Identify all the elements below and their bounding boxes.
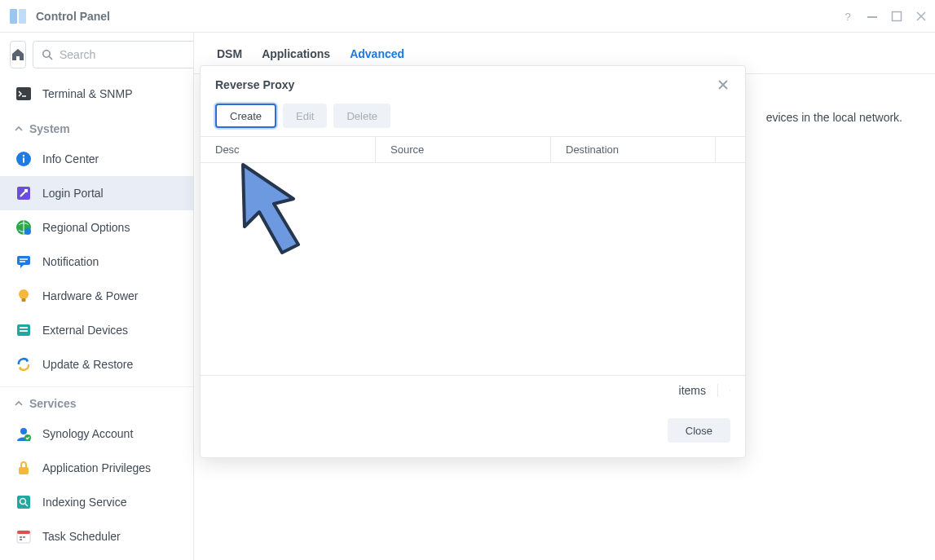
calendar-icon bbox=[15, 527, 33, 545]
sidebar-section-system[interactable]: System bbox=[0, 112, 193, 142]
home-button[interactable] bbox=[10, 41, 26, 68]
svg-rect-30 bbox=[17, 531, 30, 534]
table-header: Desc Source Destination bbox=[201, 136, 745, 163]
sidebar-item-label: External Devices bbox=[42, 324, 128, 337]
window-title: Control Panel bbox=[36, 10, 842, 23]
help-icon[interactable]: ? bbox=[842, 11, 853, 22]
terminal-icon bbox=[15, 85, 33, 103]
search-file-icon bbox=[15, 493, 33, 511]
sidebar-item-application-privileges[interactable]: Application Privileges bbox=[0, 451, 193, 485]
close-button[interactable]: Close bbox=[668, 418, 730, 443]
bulb-icon bbox=[15, 287, 33, 305]
sidebar-item-external-devices[interactable]: External Devices bbox=[0, 313, 193, 347]
sidebar-item-indexing-service[interactable]: Indexing Service bbox=[0, 485, 193, 519]
section-label: Services bbox=[29, 397, 77, 410]
svg-text:?: ? bbox=[845, 11, 850, 22]
create-button[interactable]: Create bbox=[215, 104, 276, 128]
edit-button[interactable]: Edit bbox=[283, 104, 327, 128]
chevron-up-icon bbox=[15, 125, 23, 133]
sidebar-item-label: Terminal & SNMP bbox=[42, 87, 132, 100]
svg-point-14 bbox=[24, 228, 31, 235]
reverse-proxy-dialog: Reverse Proxy Create Edit Delete Desc So… bbox=[200, 65, 746, 458]
svg-rect-33 bbox=[20, 539, 22, 540]
minimize-icon[interactable] bbox=[867, 11, 878, 22]
svg-point-11 bbox=[23, 155, 24, 157]
lock-icon bbox=[15, 459, 33, 477]
window-controls: ? bbox=[842, 11, 927, 22]
col-destination[interactable]: Destination bbox=[551, 137, 716, 162]
svg-rect-7 bbox=[16, 87, 31, 100]
search-box[interactable] bbox=[33, 41, 194, 68]
sidebar-item-label: Regional Options bbox=[42, 221, 130, 234]
sidebar-section-services[interactable]: Services bbox=[0, 386, 193, 417]
sidebar-item-label: Synology Account bbox=[42, 427, 133, 440]
svg-point-5 bbox=[43, 51, 50, 57]
svg-line-6 bbox=[49, 56, 52, 60]
svg-rect-10 bbox=[23, 158, 24, 163]
sidebar-item-update-restore[interactable]: Update & Restore bbox=[0, 347, 193, 381]
sidebar-item-notification[interactable]: Notification bbox=[0, 245, 193, 279]
search-input[interactable] bbox=[60, 48, 194, 61]
titlebar: Control Panel ? bbox=[0, 0, 935, 33]
globe-icon bbox=[15, 218, 33, 236]
user-icon bbox=[15, 425, 33, 443]
sidebar-item-label: Login Portal bbox=[42, 187, 104, 200]
svg-rect-0 bbox=[10, 9, 17, 24]
section-label: System bbox=[29, 122, 70, 135]
search-icon bbox=[42, 49, 53, 60]
svg-rect-31 bbox=[20, 536, 22, 538]
maximize-icon[interactable] bbox=[891, 11, 902, 22]
svg-point-18 bbox=[19, 289, 29, 299]
portal-icon bbox=[15, 184, 33, 202]
delete-button[interactable]: Delete bbox=[333, 104, 390, 128]
sidebar-item-task-scheduler[interactable]: Task Scheduler bbox=[0, 519, 193, 553]
sidebar-item-synology-account[interactable]: Synology Account bbox=[0, 417, 193, 451]
dialog-title: Reverse Proxy bbox=[215, 78, 294, 91]
sidebar-item-label: Notification bbox=[42, 255, 99, 268]
sidebar-item-label: Info Center bbox=[42, 152, 99, 165]
svg-rect-26 bbox=[17, 496, 30, 509]
sidebar: Terminal & SNMP System Info Center Login… bbox=[0, 33, 194, 560]
sidebar-item-label: Update & Restore bbox=[42, 358, 133, 371]
svg-rect-4 bbox=[893, 11, 902, 20]
sidebar-item-label: Application Privileges bbox=[42, 461, 151, 474]
svg-rect-21 bbox=[20, 327, 28, 329]
svg-rect-15 bbox=[17, 256, 30, 265]
sidebar-item-hardware-power[interactable]: Hardware & Power bbox=[0, 279, 193, 313]
refresh-icon[interactable] bbox=[717, 384, 730, 397]
table-body bbox=[201, 163, 745, 375]
svg-point-23 bbox=[20, 428, 27, 434]
devices-icon bbox=[15, 321, 33, 339]
svg-point-24 bbox=[24, 434, 31, 441]
svg-rect-32 bbox=[23, 536, 25, 538]
sidebar-item-label: Task Scheduler bbox=[42, 530, 121, 543]
close-icon[interactable] bbox=[915, 11, 927, 22]
sync-icon bbox=[15, 355, 33, 373]
sidebar-item-label: Hardware & Power bbox=[42, 289, 139, 302]
dialog-close-icon[interactable] bbox=[716, 77, 730, 92]
sidebar-item-login-portal[interactable]: Login Portal bbox=[0, 176, 193, 210]
sidebar-item-terminal-snmp[interactable]: Terminal & SNMP bbox=[0, 77, 193, 111]
app-icon bbox=[8, 7, 28, 26]
sidebar-item-info-center[interactable]: Info Center bbox=[0, 142, 193, 176]
svg-rect-1 bbox=[19, 9, 26, 24]
col-spacer bbox=[716, 137, 745, 162]
svg-rect-22 bbox=[20, 330, 28, 332]
sidebar-item-label: Indexing Service bbox=[42, 496, 127, 509]
svg-rect-25 bbox=[19, 467, 29, 474]
svg-rect-3 bbox=[867, 16, 877, 18]
chevron-up-icon bbox=[15, 399, 23, 408]
col-source[interactable]: Source bbox=[376, 137, 551, 162]
col-description[interactable]: Desc bbox=[201, 137, 376, 162]
info-icon bbox=[15, 150, 33, 168]
items-count: items bbox=[679, 384, 706, 397]
sidebar-item-regional-options[interactable]: Regional Options bbox=[0, 210, 193, 245]
chat-icon bbox=[15, 253, 33, 271]
svg-rect-19 bbox=[22, 298, 26, 302]
status-bar: items bbox=[201, 375, 745, 405]
